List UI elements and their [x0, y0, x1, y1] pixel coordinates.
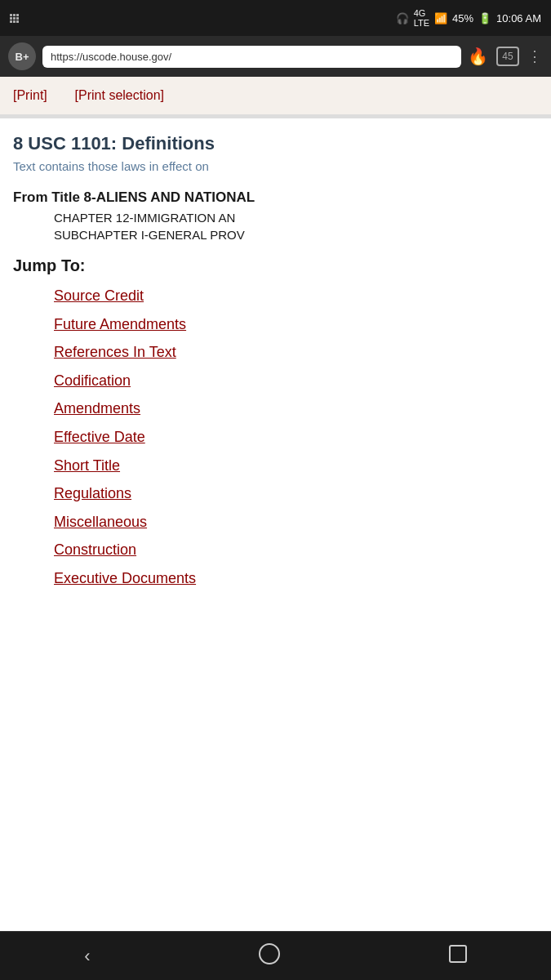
jump-link-item[interactable]: References In Text — [54, 340, 538, 365]
headphone-icon: 🎧 — [396, 12, 409, 24]
jump-link-item[interactable]: Miscellaneous — [54, 510, 538, 535]
jump-link-item[interactable]: Amendments — [54, 396, 538, 421]
jump-link-item[interactable]: Construction — [54, 537, 538, 563]
fire-icon[interactable]: 🔥 — [468, 47, 488, 66]
print-link[interactable]: [Print] — [13, 88, 47, 102]
from-title: From Title 8-ALIENS AND NATIONAL — [13, 189, 538, 206]
nav-spacer — [0, 608, 551, 665]
page-title: 8 USC 1101: Definitions — [13, 133, 538, 154]
jump-link-item[interactable]: Source Credit — [54, 283, 538, 309]
print-bar: [Print] [Print selection] — [0, 77, 551, 115]
status-left — [10, 14, 19, 23]
jump-link-item[interactable]: Effective Date — [54, 425, 538, 450]
url-bar[interactable]: https://uscode.house.gov/ — [42, 46, 461, 68]
browser-badge: B+ — [8, 42, 36, 70]
browser-controls: 🔥 45 ⋮ — [468, 47, 543, 66]
app-icon — [10, 14, 19, 23]
status-bar: 🎧 4GLTE 📶 45% 🔋 10:06 AM — [0, 0, 551, 36]
more-options-icon[interactable]: ⋮ — [527, 47, 543, 65]
status-right: 🎧 4GLTE 📶 45% 🔋 10:06 AM — [396, 8, 541, 28]
chapter-line-2: SUBCHAPTER I-GENERAL PROV — [54, 228, 538, 242]
jump-to-label: Jump To: — [13, 256, 538, 275]
browser-chrome: B+ https://uscode.house.gov/ 🔥 45 ⋮ — [0, 36, 551, 77]
print-separator — [57, 88, 64, 102]
clock: 10:06 AM — [496, 12, 541, 24]
tab-count[interactable]: 45 — [496, 47, 519, 66]
main-content: 8 USC 1101: Definitions Text contains th… — [0, 118, 551, 608]
jump-link-item[interactable]: Short Title — [54, 453, 538, 479]
jump-links-list: Source CreditFuture AmendmentsReferences… — [54, 283, 538, 591]
jump-link-item[interactable]: Regulations — [54, 481, 538, 506]
chapter-line-1: CHAPTER 12-IMMIGRATION AN — [54, 211, 538, 225]
jump-link-item[interactable]: Codification — [54, 368, 538, 394]
network-bars: 📶 — [434, 12, 447, 24]
battery-percent: 45% — [452, 12, 473, 24]
signal-icon: 4GLTE — [414, 8, 429, 28]
jump-link-item[interactable]: Executive Documents — [54, 566, 538, 591]
jump-link-item[interactable]: Future Amendments — [54, 312, 538, 337]
battery-icon: 🔋 — [478, 12, 491, 24]
page-subtitle: Text contains those laws in effect on — [13, 159, 538, 173]
print-selection-link[interactable]: [Print selection] — [75, 88, 164, 102]
